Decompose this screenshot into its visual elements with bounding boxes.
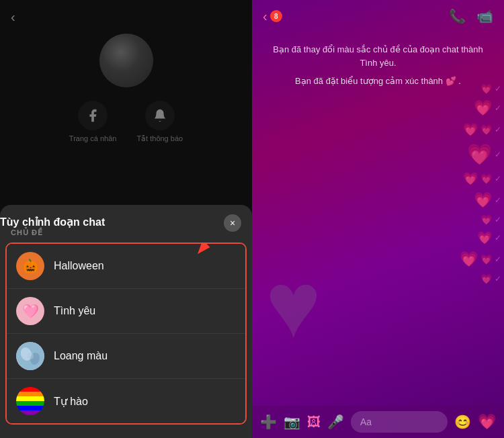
svg-point-4 [27, 353, 34, 359]
modal-close-button[interactable]: × [224, 214, 241, 232]
system-message-2: Bạn đã đặt biểu tượng cảm xúc thành 💕 . [295, 75, 461, 88]
text-input[interactable]: Aa [351, 411, 448, 433]
plus-icon[interactable]: ➕ [260, 414, 277, 430]
video-icon[interactable]: 📹 [476, 8, 493, 24]
love-icon: 🩷 [16, 297, 44, 325]
emoji-icon[interactable]: 😊 [454, 414, 471, 430]
big-heart-decoration: ♥ [265, 258, 321, 352]
theme-name-pride: Tự hào [54, 395, 88, 408]
hearts-decoration: 💗 ✓ 💗 ✓ 💗 💗 ✓ 💗 ✓ 💗 💗 ✓ 💗 [396, 83, 504, 406]
back-chevron: ‹ [263, 9, 267, 24]
notification-badge: 8 [270, 10, 282, 22]
theme-name-love: Tình yêu [54, 305, 95, 317]
header-back[interactable]: ‹ 8 [263, 9, 282, 24]
header-icons: 📞 📹 [449, 8, 493, 24]
theme-name-halloween: Halloween [54, 260, 104, 272]
heart-send-icon[interactable]: 💗 [478, 413, 496, 431]
theme-item-love[interactable]: 🩷 Tình yêu [7, 289, 245, 334]
tiedye-icon [16, 342, 44, 370]
chat-header: ‹ 8 📞 📹 [252, 0, 504, 30]
theme-item-pride[interactable]: Tự hào [7, 379, 245, 423]
theme-item-halloween[interactable]: 🎃 Halloween [7, 244, 245, 289]
theme-list: 🎃 Halloween 🩷 Tình yê [5, 243, 247, 425]
chat-input-bar: ➕ 📷 🖼 🎤 Aa 😊 💗 [252, 406, 504, 438]
section-label: CHỦ ĐỀ [0, 228, 252, 243]
camera-icon[interactable]: 📷 [284, 414, 300, 430]
modal-overlay: Tùy chỉnh đoạn chat × CHỦ ĐỀ 🎃 Halloween [0, 0, 252, 438]
system-message-1: Bạn đã thay đổi màu sắc chủ đề của đoạn … [273, 43, 483, 69]
chat-body: Bạn đã thay đổi màu sắc chủ đề của đoạn … [252, 30, 504, 406]
left-panel: ‹ Trang cá nhân Tắt thông báo Tùy chỉnh … [0, 0, 252, 438]
right-panel: ‹ 8 📞 📹 Bạn đã thay đổi màu sắc chủ đề c… [252, 0, 504, 438]
pride-icon [16, 387, 44, 415]
halloween-icon: 🎃 [16, 252, 44, 280]
theme-item-tiedye[interactable]: Loang màu [7, 334, 245, 379]
phone-icon[interactable]: 📞 [449, 8, 466, 24]
input-placeholder: Aa [360, 417, 372, 427]
image-icon[interactable]: 🖼 [307, 414, 321, 430]
mic-icon[interactable]: 🎤 [327, 414, 344, 430]
theme-name-tiedye: Loang màu [54, 350, 108, 362]
customize-modal: Tùy chỉnh đoạn chat × CHỦ ĐỀ 🎃 Halloween [0, 205, 252, 438]
